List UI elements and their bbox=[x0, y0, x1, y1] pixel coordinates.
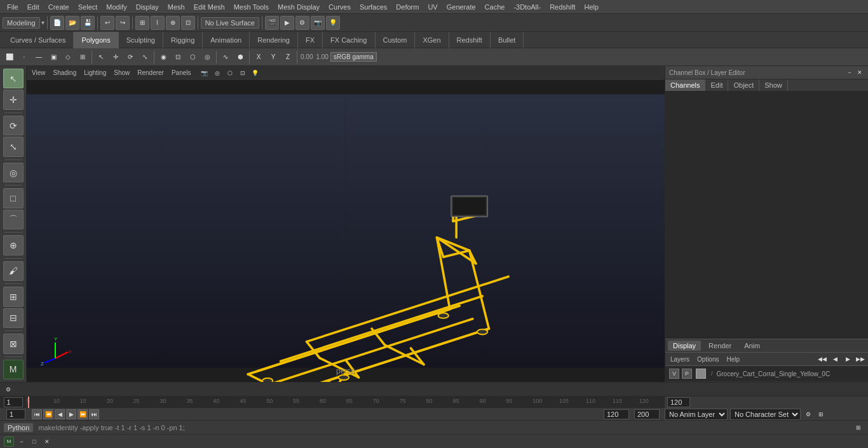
multi-mode-button[interactable]: ⊞ bbox=[76, 50, 90, 64]
snap-point-button[interactable]: ⊕ bbox=[166, 16, 180, 30]
cb-close-btn[interactable]: ✕ bbox=[855, 68, 864, 77]
menu-generate[interactable]: Generate bbox=[442, 2, 480, 12]
render-settings-button[interactable]: ⚙ bbox=[295, 16, 309, 30]
move-tool-btn[interactable]: ✛ bbox=[109, 50, 123, 64]
paint-select-btn[interactable]: 🖌 bbox=[3, 261, 24, 281]
timeline-ruler[interactable]: 5101520253035404550556065707580859095100… bbox=[27, 397, 665, 408]
snap-view-button[interactable]: ⊡ bbox=[181, 16, 195, 30]
vp-panels-menu[interactable]: Panels bbox=[169, 69, 194, 77]
select-tool-btn[interactable]: ↖ bbox=[94, 50, 108, 64]
range-end-input[interactable] bbox=[634, 409, 660, 419]
object-mode-button[interactable]: ⬜ bbox=[3, 50, 17, 64]
save-scene-button[interactable]: 💾 bbox=[81, 16, 95, 30]
soft-select-btn[interactable]: ⊕ bbox=[3, 235, 24, 255]
vp-shading-btn[interactable]: ⬡ bbox=[224, 67, 236, 79]
menu-file[interactable]: File bbox=[3, 2, 23, 12]
undo-button[interactable]: ↩ bbox=[100, 16, 114, 30]
step-forward-button[interactable]: ⏩ bbox=[78, 409, 88, 419]
vp-light-btn[interactable]: 💡 bbox=[250, 67, 261, 79]
cb-tab-edit[interactable]: Edit bbox=[705, 79, 728, 91]
go-start-button[interactable]: ⏮ bbox=[32, 409, 42, 419]
character-set-select[interactable]: No Character Set bbox=[730, 409, 801, 420]
layer-scroll-prev[interactable]: ◀◀ bbox=[817, 354, 827, 364]
tab-redshift[interactable]: Redshift bbox=[449, 32, 491, 48]
play-back-button[interactable]: ◀ bbox=[55, 409, 65, 419]
render-button[interactable]: 🎬 bbox=[265, 16, 279, 30]
tab-bullet[interactable]: Bullet bbox=[491, 32, 524, 48]
anim-settings-btn[interactable]: ⊞ bbox=[816, 409, 826, 419]
viewport[interactable]: View Shading Lighting Show Renderer Pane… bbox=[27, 66, 665, 382]
menu-modify[interactable]: Modify bbox=[102, 2, 131, 12]
workspace-chevron[interactable]: ▾ bbox=[41, 19, 44, 26]
menu-help[interactable]: Help bbox=[580, 2, 604, 12]
tab-polygons[interactable]: Polygons bbox=[74, 32, 118, 48]
vp-shading-menu[interactable]: Shading bbox=[51, 69, 79, 77]
redo-button[interactable]: ↪ bbox=[116, 16, 130, 30]
timeline-start-frame[interactable] bbox=[4, 397, 23, 407]
layer-scroll-next[interactable]: ▶▶ bbox=[855, 354, 865, 364]
snap-together-btn[interactable]: ⊟ bbox=[3, 308, 24, 328]
vp-renderer-menu[interactable]: Renderer bbox=[135, 69, 166, 77]
show-manip-btn[interactable]: ⊠ bbox=[3, 334, 24, 353]
snap-curve-button[interactable]: ⌇ bbox=[151, 16, 165, 30]
layer-tab-anim[interactable]: Anim bbox=[739, 341, 765, 351]
playback-end-input[interactable] bbox=[604, 409, 629, 419]
tab-rendering[interactable]: Rendering bbox=[250, 32, 298, 48]
python-label[interactable]: Python bbox=[4, 423, 33, 432]
vertex-mode-button[interactable]: · bbox=[17, 50, 31, 64]
vp-camera-btn[interactable]: 📷 bbox=[199, 67, 210, 79]
play-forward-button[interactable]: ▶ bbox=[66, 409, 76, 419]
sym-y-btn[interactable]: Y bbox=[266, 50, 280, 64]
go-end-button[interactable]: ⏭ bbox=[89, 409, 99, 419]
uvshell-mode-button[interactable]: ◇ bbox=[61, 50, 75, 64]
menu-cache[interactable]: Cache bbox=[480, 2, 510, 12]
cb-tab-object[interactable]: Object bbox=[728, 79, 759, 91]
xray-btn[interactable]: ◎ bbox=[200, 50, 214, 64]
tab-fx[interactable]: FX bbox=[298, 32, 323, 48]
snap-grid-button[interactable]: ⊞ bbox=[135, 16, 149, 30]
menu-curves[interactable]: Curves bbox=[324, 2, 355, 12]
menu-edit-mesh[interactable]: Edit Mesh bbox=[189, 2, 229, 12]
sym-x-btn[interactable]: X bbox=[252, 50, 266, 64]
menu-create[interactable]: Create bbox=[44, 2, 74, 12]
layer-color-swatch[interactable] bbox=[696, 369, 706, 379]
menu-edit[interactable]: Edit bbox=[23, 2, 44, 12]
move-normal-btn[interactable]: ⊞ bbox=[3, 287, 24, 306]
cb-collapse-btn[interactable]: − bbox=[845, 68, 854, 77]
vp-lighting-menu[interactable]: Lighting bbox=[81, 69, 109, 77]
tab-custom[interactable]: Custom bbox=[376, 32, 416, 48]
menu-display[interactable]: Display bbox=[132, 2, 163, 12]
vp-show-menu[interactable]: Show bbox=[111, 69, 132, 77]
edge-mode-button[interactable]: — bbox=[32, 50, 46, 64]
vib-settings-btn[interactable]: ⚙ bbox=[3, 384, 14, 395]
tab-xgen[interactable]: XGen bbox=[415, 32, 449, 48]
select-tool[interactable]: ↖ bbox=[3, 69, 24, 88]
open-scene-button[interactable]: 📂 bbox=[65, 16, 79, 30]
layer-scroll-back[interactable]: ◀ bbox=[830, 354, 840, 364]
minimize-window-btn[interactable]: − bbox=[17, 437, 27, 447]
layer-visible-btn[interactable]: V bbox=[669, 369, 679, 379]
render-seq-button[interactable]: ▶ bbox=[280, 16, 294, 30]
transform-tool[interactable]: ✛ bbox=[3, 90, 24, 109]
colorspace-selector[interactable]: sRGB gamma bbox=[330, 52, 377, 62]
layer-tab-render[interactable]: Render bbox=[703, 341, 736, 351]
tab-animation[interactable]: Animation bbox=[203, 32, 250, 48]
menu-3dtool[interactable]: -3DtoAll- bbox=[509, 2, 545, 12]
current-frame-input[interactable] bbox=[6, 409, 25, 419]
step-back-button[interactable]: ⏪ bbox=[43, 409, 53, 419]
viewport-canvas[interactable]: persp X Y Z bbox=[27, 80, 665, 382]
marquee-select[interactable]: □ bbox=[3, 188, 24, 208]
bake-btn[interactable]: ⬢ bbox=[233, 50, 247, 64]
layers-menu-btn[interactable]: Layers bbox=[668, 355, 692, 363]
cage-mesh-btn[interactable]: ⊡ bbox=[171, 50, 185, 64]
help-menu-btn[interactable]: Help bbox=[724, 355, 742, 363]
scale-tool[interactable]: ⤡ bbox=[3, 137, 24, 156]
menu-select[interactable]: Select bbox=[74, 2, 102, 12]
menu-mesh-tools[interactable]: Mesh Tools bbox=[229, 2, 273, 12]
timeline-end-frame[interactable] bbox=[667, 397, 690, 407]
tab-sculpting[interactable]: Sculpting bbox=[119, 32, 163, 48]
vp-texture-btn[interactable]: ⊡ bbox=[237, 67, 248, 79]
menu-surfaces[interactable]: Surfaces bbox=[355, 2, 391, 12]
crease-btn[interactable]: ∿ bbox=[219, 50, 233, 64]
smooth-mesh-btn[interactable]: ◉ bbox=[156, 50, 170, 64]
